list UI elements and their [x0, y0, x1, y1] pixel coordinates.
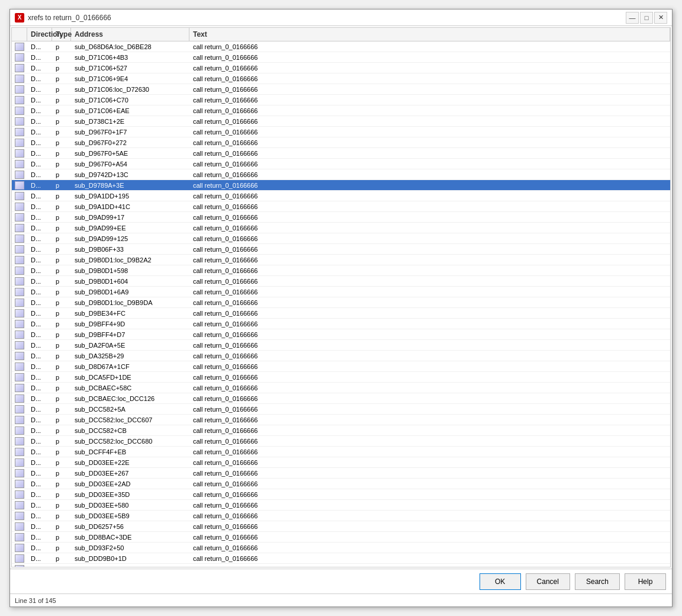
table-row[interactable]: D...psub_DCC582:loc_DCC680call return_0_… — [12, 436, 670, 447]
table-row[interactable]: D...psub_D71C06+527call return_0_0166666 — [12, 63, 670, 73]
table-row[interactable]: D...psub_DCBAEC:loc_DCC126call return_0_… — [12, 393, 670, 404]
table-row[interactable]: D...psub_DCA5FD+1DEcall return_0_0166666 — [12, 372, 670, 383]
xref-icon — [15, 373, 24, 381]
cancel-button[interactable]: Cancel — [526, 573, 570, 590]
row-direction: D... — [27, 351, 52, 361]
window-icon: X — [15, 13, 24, 23]
row-direction: D... — [27, 63, 52, 73]
table-row[interactable]: D...psub_DCBAEC+58Ccall return_0_0166666 — [12, 383, 670, 393]
table-row[interactable]: D...psub_D9A1DD+41Ccall return_0_0166666 — [12, 201, 670, 212]
table-row[interactable]: D...psub_D9B0D1+6A9call return_0_0166666 — [12, 287, 670, 297]
row-text: call return_0_0166666 — [189, 169, 670, 180]
row-type: p — [52, 468, 71, 479]
table-row[interactable]: D...psub_DD03EE+5B9call return_0_0166666 — [12, 511, 670, 521]
table-row[interactable]: D...psub_DD6257+56call return_0_0166666 — [12, 521, 670, 532]
table-row[interactable]: D...psub_DD03EE+35Dcall return_0_0166666 — [12, 489, 670, 500]
table-row[interactable]: D...psub_D967F0+A54call return_0_0166666 — [12, 159, 670, 169]
row-type: p — [52, 500, 71, 511]
row-text: call return_0_0166666 — [189, 351, 670, 361]
table-row[interactable]: D...psub_D68D6A:loc_D6BE28call return_0_… — [12, 41, 670, 52]
row-address: sub_DD03EE+35D — [71, 489, 189, 500]
table-row[interactable]: D...psub_D9B06F+33call return_0_0166666 — [12, 244, 670, 255]
table-row[interactable]: D...psub_D9BE34+FCcall return_0_0166666 — [12, 308, 670, 319]
table-row[interactable]: D...psub_DA2F0A+5Ecall return_0_0166666 — [12, 340, 670, 351]
xref-icon — [15, 341, 24, 349]
row-text: call return_0_0166666 — [189, 105, 670, 116]
row-type: p — [52, 63, 71, 73]
bottom-bar: OK Cancel Search Help — [10, 569, 672, 593]
table-row[interactable]: D...psub_DA325B+29call return_0_0166666 — [12, 351, 670, 361]
row-direction: D... — [27, 532, 52, 543]
row-address: sub_D71C06+C70 — [71, 95, 189, 105]
table-row[interactable]: D...psub_D9B0D1:loc_D9B9DAcall return_0_… — [12, 297, 670, 308]
table-row[interactable]: D...psub_DD03EE+580call return_0_0166666 — [12, 500, 670, 511]
table-row[interactable]: D...psub_DCFF4F+EBcall return_0_0166666 — [12, 447, 670, 457]
row-direction: D... — [27, 105, 52, 116]
table-row[interactable]: D...psub_D9B0D1:loc_D9B2A2call return_0_… — [12, 255, 670, 265]
table-row[interactable]: D...psub_DCC582:loc_DCC607call return_0_… — [12, 415, 670, 425]
table-row[interactable]: D...psub_D9AD99+EEcall return_0_0166666 — [12, 223, 670, 233]
minimize-button[interactable]: — — [626, 12, 639, 24]
ok-button[interactable]: OK — [480, 573, 521, 590]
table-row[interactable]: D...psub_D9BFF4+9Dcall return_0_0166666 — [12, 319, 670, 329]
row-text: call return_0_0166666 — [189, 383, 670, 393]
row-address: sub_D9B0D1+604 — [71, 276, 189, 287]
table-row[interactable]: D...psub_D9AD99+17call return_0_0166666 — [12, 212, 670, 223]
row-icon-cell — [12, 297, 27, 308]
table-row[interactable]: D...psub_D9BFF4+D7call return_0_0166666 — [12, 329, 670, 340]
row-text: call return_0_0166666 — [189, 233, 670, 244]
row-type: p — [52, 41, 71, 52]
table-row[interactable]: D...psub_D738C1+2Ecall return_0_0166666 — [12, 116, 670, 127]
table-row[interactable]: D...psub_DD03EE+2ADcall return_0_0166666 — [12, 479, 670, 489]
row-text: call return_0_0166666 — [189, 265, 670, 276]
table-row[interactable]: D...psub_DD93F2+50call return_0_0166666 — [12, 543, 670, 553]
xref-table-container: Direction Type Address Text D...psub_D68… — [11, 27, 671, 567]
row-address: sub_DCBAEC:loc_DCC126 — [71, 393, 189, 404]
table-row[interactable]: D...psub_DD03EE+267call return_0_0166666 — [12, 468, 670, 479]
table-row[interactable]: D...psub_D967F0+5AEcall return_0_0166666 — [12, 148, 670, 159]
row-icon-cell — [12, 319, 27, 329]
table-row[interactable]: D...psub_D9AD99+125call return_0_0166666 — [12, 233, 670, 244]
table-row[interactable]: D...psub_D9A1DD+195call return_0_0166666 — [12, 191, 670, 201]
search-button[interactable]: Search — [575, 573, 620, 590]
row-address: sub_DD03EE+580 — [71, 500, 189, 511]
table-row[interactable]: D...psub_D967F0+272call return_0_0166666 — [12, 137, 670, 148]
table-row[interactable]: D...psub_D967F0+1F7call return_0_0166666 — [12, 127, 670, 137]
table-row[interactable]: D...psub_DDD9B0+1Dcall return_0_0166666 — [12, 553, 670, 564]
row-address: sub_DD03EE+22E — [71, 457, 189, 468]
table-row[interactable]: D...psub_D71C06:loc_D72630call return_0_… — [12, 84, 670, 95]
row-direction: D... — [27, 276, 52, 287]
row-address: sub_DA2F0A+5E — [71, 340, 189, 351]
row-icon-cell — [12, 265, 27, 276]
table-row[interactable]: D...psub_D8D67A+1CFcall return_0_0166666 — [12, 361, 670, 372]
row-direction: D... — [27, 404, 52, 415]
maximize-button[interactable]: □ — [640, 12, 653, 24]
table-row[interactable]: D...psub_D9B0D1+604call return_0_0166666 — [12, 276, 670, 287]
table-body[interactable]: D...psub_D68D6A:loc_D6BE28call return_0_… — [12, 41, 670, 567]
row-icon-cell — [12, 479, 27, 489]
table-row[interactable]: D...psub_D9742D+13Ccall return_0_0166666 — [12, 169, 670, 180]
table-row[interactable]: D...psub_DCC582+5Acall return_0_0166666 — [12, 404, 670, 415]
row-type: p — [52, 457, 71, 468]
table-row[interactable]: D...psub_D9B0D1+598call return_0_0166666 — [12, 265, 670, 276]
table-row[interactable]: D...psub_DDD9B0+5Fcall return_0_0166666 — [12, 564, 670, 567]
close-button[interactable]: ✕ — [654, 12, 667, 24]
table-row[interactable]: D...psub_DD03EE+22Ecall return_0_0166666 — [12, 457, 670, 468]
row-direction: D... — [27, 52, 52, 63]
xref-icon — [15, 352, 24, 360]
row-type: p — [52, 191, 71, 201]
table-row[interactable]: D...psub_D71C06+C70call return_0_0166666 — [12, 95, 670, 105]
row-type: p — [52, 351, 71, 361]
xref-icon — [15, 160, 24, 168]
row-icon-cell — [12, 255, 27, 265]
table-row[interactable]: D...psub_DD8BAC+3DEcall return_0_0166666 — [12, 532, 670, 543]
row-text: call return_0_0166666 — [189, 297, 670, 308]
table-row[interactable]: D...psub_DCC582+CBcall return_0_0166666 — [12, 425, 670, 436]
table-row[interactable]: D...psub_D9789A+3Ecall return_0_0166666 — [12, 180, 670, 191]
table-row[interactable]: D...psub_D71C06+9E4call return_0_0166666 — [12, 73, 670, 84]
table-row[interactable]: D...psub_D71C06+EAEcall return_0_0166666 — [12, 105, 670, 116]
help-button[interactable]: Help — [625, 573, 666, 590]
row-direction: D... — [27, 148, 52, 159]
row-address: sub_D71C06+EAE — [71, 105, 189, 116]
table-row[interactable]: D...psub_D71C06+4B3call return_0_0166666 — [12, 52, 670, 63]
